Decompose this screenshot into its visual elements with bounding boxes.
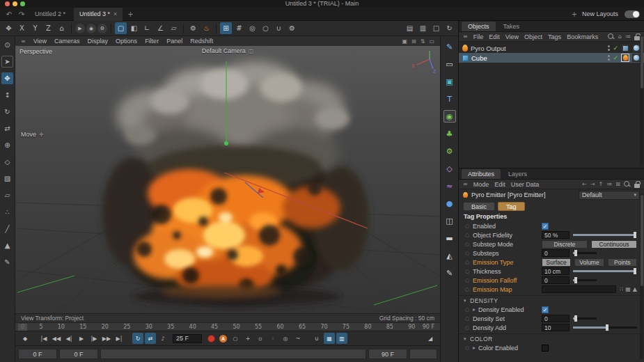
- map-texture-icon[interactable]: ∷: [620, 286, 623, 292]
- simulation-pyro-icon[interactable]: ◉: [443, 110, 456, 123]
- object-name[interactable]: Pyro Output: [471, 45, 506, 52]
- protractor-icon[interactable]: ∠: [155, 22, 166, 34]
- workplane-mode-icon[interactable]: ▱: [1, 189, 13, 201]
- layout-box-icon[interactable]: □: [430, 22, 442, 34]
- range-start-field[interactable]: 0 F: [59, 349, 98, 359]
- lock-icon[interactable]: [634, 184, 640, 188]
- density-set-field[interactable]: 0: [542, 315, 570, 322]
- texture-mode-icon[interactable]: ▨: [1, 173, 13, 184]
- lock-x-axis-icon[interactable]: X: [16, 22, 28, 34]
- color-enabled-checkbox[interactable]: [542, 345, 549, 352]
- objects-hamburger-icon[interactable]: ≡: [463, 33, 468, 40]
- next-key-icon[interactable]: ▶▶: [101, 333, 112, 344]
- menu-item[interactable]: Redshift: [190, 38, 213, 45]
- spline-pen-icon[interactable]: ✎: [443, 40, 456, 53]
- record-parameters-icon[interactable]: ◎: [280, 333, 291, 344]
- viewport-zoom-icon[interactable]: ⊙: [1, 39, 13, 51]
- primitive-rect-icon[interactable]: ▭: [443, 58, 456, 70]
- search-icon[interactable]: [608, 33, 615, 40]
- loop-playback-icon[interactable]: ↻: [132, 333, 143, 344]
- lock-icon[interactable]: [634, 36, 640, 40]
- play-icon[interactable]: ▶: [76, 333, 87, 344]
- move-icon[interactable]: ✥: [1, 72, 13, 84]
- axis-gizmo[interactable]: X Z: [410, 48, 438, 74]
- polygons-mode-icon[interactable]: ▲: [1, 239, 13, 251]
- keyframe-dot-icon[interactable]: ○: [465, 242, 473, 247]
- snap-timeline-icon[interactable]: ∪: [311, 333, 322, 344]
- record-position-icon[interactable]: +: [242, 333, 253, 344]
- subtab-tag[interactable]: Tag: [498, 202, 525, 211]
- camera-object-icon[interactable]: ◫: [443, 214, 456, 227]
- ping-pong-icon[interactable]: ⇄: [145, 333, 156, 344]
- emission-type-volume-button[interactable]: Volume: [574, 258, 604, 267]
- keyframe-dot-icon[interactable]: ○: [465, 233, 473, 238]
- menu-item[interactable]: Mode: [473, 181, 489, 188]
- record-pla-icon[interactable]: ~: [292, 333, 304, 344]
- brush-icon[interactable]: ✎: [1, 256, 13, 268]
- viewport-3d[interactable]: Perspective Default Camera ◫ Move ✛: [15, 46, 440, 313]
- density-enabled-checkbox[interactable]: ✓: [542, 306, 549, 313]
- substep-mode-discrete-button[interactable]: Discrete: [542, 240, 588, 249]
- tab-objects[interactable]: Objects: [462, 22, 496, 31]
- view-panel-icon[interactable]: ◧: [128, 22, 140, 34]
- autokey-button[interactable]: A: [219, 335, 227, 343]
- menu-item[interactable]: Filter: [145, 38, 159, 45]
- ruler-icon[interactable]: ∟: [141, 22, 153, 34]
- substep-mode-continuous-button[interactable]: Continuous: [591, 240, 637, 249]
- add-layout-icon[interactable]: +: [570, 9, 579, 19]
- viewport-sync-icon[interactable]: ⇅: [421, 38, 425, 45]
- quantize-icon[interactable]: #: [233, 22, 245, 34]
- redo-icon[interactable]: ↷: [17, 9, 26, 19]
- record-button[interactable]: [207, 335, 215, 343]
- sketch-pencil-icon[interactable]: ✎: [443, 267, 456, 279]
- axis-mode-icon[interactable]: ⊕: [1, 139, 13, 151]
- keyframe-dot-icon[interactable]: ○: [465, 345, 473, 351]
- pyro-settings-icon[interactable]: ♨: [201, 22, 212, 34]
- section-density[interactable]: ▾ DENSITY: [459, 295, 644, 305]
- menu-item[interactable]: Edit: [494, 181, 505, 188]
- object-row-cube[interactable]: Cube ✓: [459, 53, 644, 63]
- keyframe-dot-icon[interactable]: ○: [465, 287, 473, 292]
- menu-item[interactable]: Panel: [166, 38, 182, 45]
- range-slider-tail[interactable]: [409, 349, 437, 359]
- text-object-icon[interactable]: T: [443, 93, 456, 105]
- edges-mode-icon[interactable]: ╱: [1, 223, 13, 235]
- visibility-dots-icon[interactable]: [608, 45, 610, 51]
- reset-layout-icon[interactable]: ↻: [443, 22, 455, 34]
- cloth-icon[interactable]: ≈: [443, 180, 456, 192]
- object-name[interactable]: Cube: [471, 54, 487, 62]
- emission-type-points-button[interactable]: Points: [608, 258, 637, 267]
- section-color[interactable]: ▾ COLOR: [459, 333, 644, 343]
- menu-item[interactable]: View: [33, 38, 47, 45]
- close-tab-icon[interactable]: ×: [113, 10, 117, 17]
- record-rotation-icon[interactable]: ◦: [267, 333, 278, 344]
- move-tool-icon[interactable]: ✥: [3, 22, 15, 34]
- undo-icon[interactable]: ↶: [4, 9, 14, 19]
- layout-render-icon[interactable]: ▤: [404, 22, 416, 34]
- generator-icon[interactable]: ⚙: [443, 145, 456, 157]
- enabled-check-icon[interactable]: ✓: [613, 54, 618, 61]
- substeps-field[interactable]: 0: [542, 249, 570, 257]
- keyframe-dot-icon[interactable]: ○: [465, 325, 473, 331]
- timeline-ruler[interactable]: 051015202530354045505560657075808590 90 …: [15, 322, 440, 331]
- tab-layers[interactable]: Layers: [502, 169, 533, 179]
- menu-item[interactable]: Object: [524, 33, 542, 40]
- filter-icon[interactable]: ≔: [625, 33, 631, 40]
- object-fidelity-slider[interactable]: [573, 234, 637, 236]
- coordinate-system-icon[interactable]: ⌂: [56, 22, 68, 34]
- panel-icon[interactable]: ⊞: [615, 181, 620, 187]
- menu-item[interactable]: Edit: [489, 33, 500, 40]
- expander-icon[interactable]: ▸: [473, 345, 478, 351]
- tab-untitled-3[interactable]: Untitled 3 * ×: [74, 8, 123, 21]
- thickness-field[interactable]: 10 cm: [542, 267, 570, 275]
- object-fidelity-field[interactable]: 50 %: [542, 231, 570, 239]
- rotate-icon[interactable]: ↻: [1, 106, 13, 118]
- vegetation-icon[interactable]: ♣: [443, 127, 456, 140]
- record-scale-icon[interactable]: ▫: [255, 333, 266, 344]
- expander-icon[interactable]: ▸: [473, 306, 478, 313]
- keyframe-selection-icon[interactable]: ○: [230, 333, 241, 344]
- interactive-render-icon[interactable]: ▢: [115, 22, 127, 34]
- viewport-camera-label[interactable]: Default Camera ◫: [202, 47, 254, 54]
- powerslider-ramp-icon[interactable]: ◢: [425, 333, 436, 344]
- up-icon[interactable]: ↑: [599, 181, 604, 187]
